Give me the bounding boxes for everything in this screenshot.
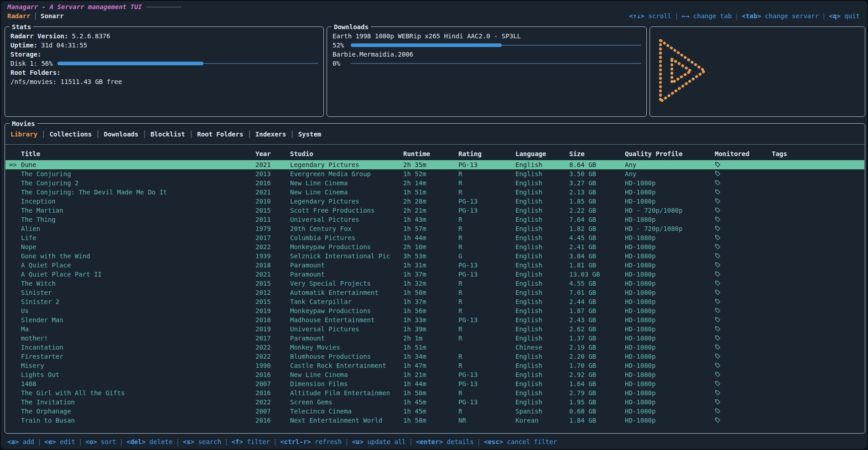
movie-row[interactable]: The Orphanage2007Telecinco Cinema1h 45mR… <box>5 407 864 416</box>
movie-row[interactable]: =>Dune2021Legendary Pictures2h 35mPG-13E… <box>5 160 864 169</box>
keybar-separator: | <box>270 438 280 445</box>
tab-indexers[interactable]: Indexers <box>251 131 290 138</box>
cell-language: English <box>515 388 569 398</box>
movie-row[interactable]: Misery1990Castle Rock Entertainment1h 47… <box>5 361 864 370</box>
tag-icon <box>715 216 721 222</box>
movie-row[interactable]: Alien197920th Century Fox1h 57mREnglish1… <box>5 224 864 233</box>
tab-system[interactable]: System <box>294 131 326 138</box>
movie-row[interactable]: Nope2022Monkeypaw Productions2h 10mREngl… <box>5 242 864 251</box>
selection-marker <box>9 178 21 188</box>
selection-marker <box>9 352 21 361</box>
cell-size: 8.64 GB <box>569 160 625 169</box>
cell-monitored <box>715 343 772 352</box>
cell-size: 2.62 GB <box>569 324 625 334</box>
movie-row[interactable]: The Invitation2022Screen Gems1h 45mPG-13… <box>5 398 864 407</box>
cell-studio: New Line Cinema <box>290 188 403 197</box>
keybar-separator: | <box>819 12 829 20</box>
key-action-label: filter <box>243 438 270 445</box>
key-hint: ←→ <box>682 12 690 20</box>
cell-rating: R <box>458 233 515 242</box>
cell-size: 3.84 GB <box>569 251 625 261</box>
cell-language: English <box>515 261 569 270</box>
progressbar-fill <box>57 62 203 65</box>
tab-library[interactable]: Library <box>10 131 42 138</box>
movie-row[interactable]: The Girl with All the Gifts2016Altitude … <box>5 388 864 398</box>
movie-row[interactable]: The Thing2011Universal Pictures1h 43mREn… <box>5 215 864 224</box>
cell-runtime: 1h 45m <box>403 407 458 416</box>
tab-root-folders[interactable]: Root Folders <box>193 131 247 138</box>
cell-year: 2015 <box>255 297 290 306</box>
cell-quality-profile: Any <box>625 160 715 169</box>
cell-runtime: 1h 47m <box>403 361 458 370</box>
cell-size: 1.87 GB <box>569 306 625 315</box>
cell-tags <box>772 188 864 197</box>
cell-runtime: 1h 32m <box>403 279 458 288</box>
cell-quality-profile: HD-1080p <box>625 352 715 361</box>
selection-marker <box>9 261 21 270</box>
movie-row[interactable]: Firestarter2022Blumhouse Productions1h 3… <box>5 352 864 361</box>
tag-icon <box>715 344 721 350</box>
cell-size: 2.79 GB <box>569 388 625 398</box>
cell-tags <box>772 215 864 224</box>
movie-row[interactable]: Lights Out2016New Line Cinema1h 21mPG-13… <box>5 370 864 379</box>
cell-studio: New Line Cinema <box>290 370 403 379</box>
tab-blocklist[interactable]: Blocklist <box>146 131 189 138</box>
selection-marker <box>9 242 21 251</box>
column-header-quality-profile: Quality Profile <box>625 149 715 158</box>
cell-size: 1.84 GB <box>569 416 625 425</box>
servarr-tab-radarr[interactable]: Radarr <box>7 12 34 20</box>
movie-row[interactable]: A Quiet Place Part II2021Paramount1h 37m… <box>5 270 864 279</box>
cell-language: English <box>515 315 569 324</box>
movie-row[interactable]: Inception2010Legendary Pictures2h 28mPG-… <box>5 197 864 206</box>
movie-row[interactable]: The Martian2015Scott Free Productions2h … <box>5 206 864 215</box>
movie-row[interactable]: A Quiet Place2018Paramount1h 31mPG-13Eng… <box>5 261 864 270</box>
radarr-version-line: Radarr Version: 5.2.6.8376 <box>10 31 318 41</box>
movies-panel-title: Movies <box>10 119 37 128</box>
download-item-progress: 52% <box>333 41 641 50</box>
movie-row[interactable]: Slender Man2018Madhouse Entertainment1h … <box>5 315 864 324</box>
uptime-label: Uptime: <box>10 42 37 49</box>
movie-row[interactable]: The Witch2015Very Special Projects1h 32m… <box>5 279 864 288</box>
movie-row[interactable]: Incantation2022Monkey Movies1h 51mChines… <box>5 343 864 352</box>
table-body: =>Dune2021Legendary Pictures2h 35mPG-13E… <box>5 160 864 425</box>
movie-row[interactable]: Gone with the Wind1939Selznick Internati… <box>5 251 864 261</box>
movie-row[interactable]: Life2017Columbia Pictures1h 44mREnglish4… <box>5 233 864 242</box>
movie-row[interactable]: Us2019Monkeypaw Productions1h 56mREnglis… <box>5 306 864 315</box>
keybar-separator: | <box>221 438 231 445</box>
cell-rating: R <box>458 215 515 224</box>
radarr-version-value: 5.2.6.8376 <box>72 32 110 40</box>
cell-title: The Invitation <box>21 398 255 407</box>
tab-downloads[interactable]: Downloads <box>100 131 143 138</box>
root-folders-label: Root Folders: <box>10 69 61 76</box>
cell-tags <box>772 233 864 242</box>
tab-collections[interactable]: Collections <box>45 131 96 138</box>
cell-quality-profile: HD-1080p <box>625 288 715 297</box>
cell-tags <box>772 197 864 206</box>
movie-row[interactable]: The Conjuring 22016New Line Cinema2h 14m… <box>5 178 864 188</box>
selection-marker <box>9 361 21 370</box>
cell-runtime: 1h 57m <box>403 224 458 233</box>
progressbar-track <box>351 63 641 64</box>
servarr-tab-sonarr[interactable]: Sonarr <box>37 12 67 20</box>
key-action-label: scroll <box>645 12 671 20</box>
cell-title: Slender Man <box>21 315 255 324</box>
cell-tags <box>772 279 864 288</box>
movie-row[interactable]: Train to Busan2016Next Entertainment Wor… <box>5 416 864 425</box>
cell-language: English <box>515 178 569 188</box>
selection-marker <box>9 233 21 242</box>
movie-row[interactable]: Sinister 22015Tank Caterpillar1h 37mREng… <box>5 297 864 306</box>
movie-row[interactable]: The Conjuring2013Evergreen Media Group1h… <box>5 169 864 178</box>
movie-row[interactable]: Ma2019Universal Pictures1h 39mREnglish2.… <box>5 324 864 334</box>
cell-studio: Paramount <box>290 270 403 279</box>
movie-row[interactable]: mother!2017Paramount2h 1mREnglish1.37 GB… <box>5 334 864 343</box>
cell-quality-profile: HD-1080p <box>625 388 715 398</box>
cell-quality-profile: HD-1080p <box>625 315 715 324</box>
cell-title: Sinister 2 <box>21 297 255 306</box>
movie-row[interactable]: The Conjuring: The Devil Made Me Do It20… <box>5 188 864 197</box>
movie-row[interactable]: 14082007Dimension Films1h 44mPG-13Englis… <box>5 379 864 388</box>
cell-tags <box>772 315 864 324</box>
key-hint: <del> <box>126 438 146 445</box>
cell-size: 13.03 GB <box>569 270 625 279</box>
movie-row[interactable]: Sinister2012Automatik Entertainment1h 50… <box>5 288 864 297</box>
cell-size: 1.37 GB <box>569 334 625 343</box>
